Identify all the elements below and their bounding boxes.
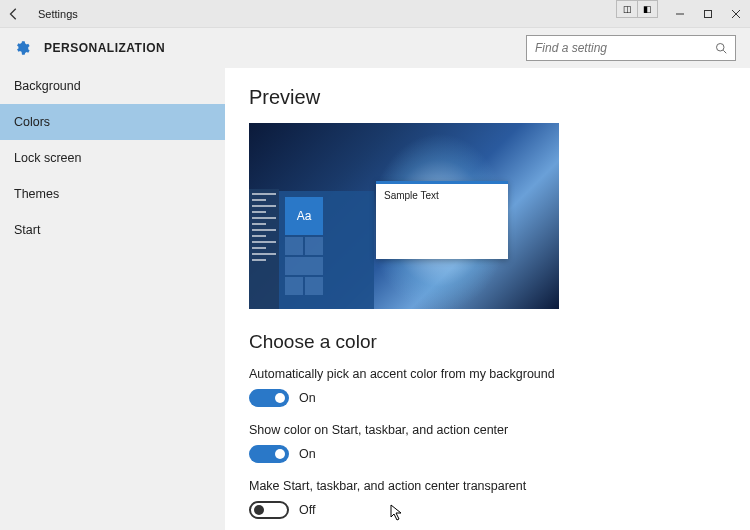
header: PERSONALIZATION [0,28,750,68]
toggle-state-auto-accent: On [299,391,316,405]
option-label-transparent: Make Start, taskbar, and action center t… [249,479,726,493]
section-title: PERSONALIZATION [44,41,165,55]
option-label-show-color: Show color on Start, taskbar, and action… [249,423,726,437]
svg-line-5 [723,50,726,53]
sidebar-item-label: Start [14,223,40,237]
toggle-knob [254,505,264,515]
window-title: Settings [38,8,78,20]
choose-color-heading: Choose a color [249,331,726,353]
maximize-button[interactable] [694,0,722,28]
toggle-show-color[interactable] [249,445,289,463]
preview-image: Aa Sample Text [249,123,559,309]
close-icon [731,9,741,19]
minimize-button[interactable] [666,0,694,28]
back-arrow-icon [7,7,21,21]
preview-taskbar [249,189,279,309]
sidebar-item-label: Background [14,79,81,93]
toggle-knob [275,449,285,459]
preview-heading: Preview [249,86,726,109]
window-controls: ◫ ◧ [616,0,750,28]
maximize-icon [703,9,713,19]
sidebar-item-colors[interactable]: Colors [0,104,225,140]
search-box[interactable] [526,35,736,61]
toggle-knob [275,393,285,403]
preview-start-menu: Aa [279,191,374,309]
toggle-auto-accent[interactable] [249,389,289,407]
option-label-auto-accent: Automatically pick an accent color from … [249,367,726,381]
close-button[interactable] [722,0,750,28]
sidebar-item-start[interactable]: Start [0,212,225,248]
tablet-controls: ◫ ◧ [616,0,658,18]
minimize-icon [675,9,685,19]
mode-button-a[interactable]: ◫ [617,1,637,17]
svg-rect-1 [705,10,712,17]
sidebar-item-background[interactable]: Background [0,68,225,104]
mode-button-b[interactable]: ◧ [637,1,657,17]
toggle-state-transparent: Off [299,503,315,517]
preview-sample-window: Sample Text [376,181,508,259]
search-icon [715,42,727,54]
sidebar-item-label: Colors [14,115,50,129]
sidebar-item-label: Lock screen [14,151,81,165]
search-input[interactable] [535,41,715,55]
sidebar-item-themes[interactable]: Themes [0,176,225,212]
toggle-transparent[interactable] [249,501,289,519]
titlebar: Settings ◫ ◧ [0,0,750,28]
toggle-state-show-color: On [299,447,316,461]
gear-icon [14,40,30,56]
back-button[interactable] [0,0,28,28]
sidebar-item-label: Themes [14,187,59,201]
sidebar-item-lock-screen[interactable]: Lock screen [0,140,225,176]
preview-tile: Aa [285,197,323,235]
sample-window-text: Sample Text [384,190,439,201]
content: Preview Aa Sample Text Choose a color [225,68,750,530]
svg-point-4 [717,44,725,52]
sidebar: Background Colors Lock screen Themes Sta… [0,68,225,530]
